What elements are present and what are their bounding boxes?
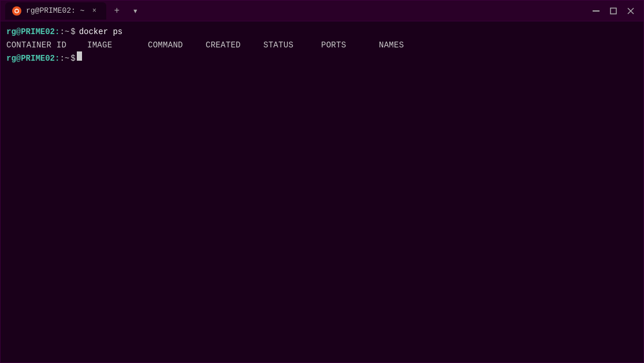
terminal-cursor	[77, 51, 82, 61]
minimize-button[interactable]	[588, 3, 604, 19]
new-tab-button[interactable]: +	[109, 3, 125, 19]
prompt-sep-1: :~	[59, 26, 69, 38]
command-line-2: rg@PRIME02: :~ $	[6, 51, 638, 65]
titlebar-left: rg@PRIME02: ~ × + ▾	[5, 2, 143, 20]
terminal-body[interactable]: rg@PRIME02: :~ $ docker ps CONTAINER ID …	[1, 21, 643, 362]
titlebar-right	[588, 3, 639, 19]
svg-rect-4	[593, 10, 600, 12]
docker-ps-header: CONTAINER ID IMAGE COMMAND CREATED STATU…	[6, 39, 638, 51]
col-header-command: COMMAND	[148, 39, 206, 51]
close-button[interactable]	[623, 3, 639, 19]
titlebar-actions: + ▾	[109, 3, 143, 19]
ubuntu-icon	[12, 6, 21, 16]
prompt-sep-2: :~	[59, 53, 69, 65]
terminal-window: rg@PRIME02: ~ × + ▾	[0, 0, 644, 363]
tab-dropdown-button[interactable]: ▾	[127, 3, 143, 19]
titlebar: rg@PRIME02: ~ × + ▾	[1, 1, 643, 21]
col-header-status: STATUS	[263, 39, 321, 51]
col-header-ports: PORTS	[321, 39, 379, 51]
col-header-names: NAMES	[379, 39, 425, 51]
prompt-dollar-1: $	[70, 26, 75, 38]
prompt-dollar-2: $	[70, 53, 75, 65]
svg-point-3	[14, 11, 16, 12]
svg-rect-5	[611, 8, 616, 14]
prompt-user-2: rg@PRIME02:	[6, 53, 59, 65]
svg-point-1	[16, 8, 17, 9]
command-line-1: rg@PRIME02: :~ $ docker ps	[6, 26, 638, 38]
tab-close-button[interactable]: ×	[89, 6, 99, 16]
col-header-created: CREATED	[206, 39, 263, 51]
command-text-1: docker ps	[79, 26, 123, 38]
tab-label: rg@PRIME02: ~	[26, 6, 84, 15]
col-header-image: IMAGE	[87, 39, 148, 51]
header-columns: CONTAINER ID IMAGE COMMAND CREATED STATU…	[6, 39, 425, 51]
col-header-container-id: CONTAINER ID	[6, 39, 87, 51]
maximize-button[interactable]	[605, 3, 621, 19]
prompt-user-1: rg@PRIME02:	[6, 26, 59, 38]
terminal-tab[interactable]: rg@PRIME02: ~ ×	[5, 2, 106, 20]
svg-point-2	[18, 11, 19, 12]
